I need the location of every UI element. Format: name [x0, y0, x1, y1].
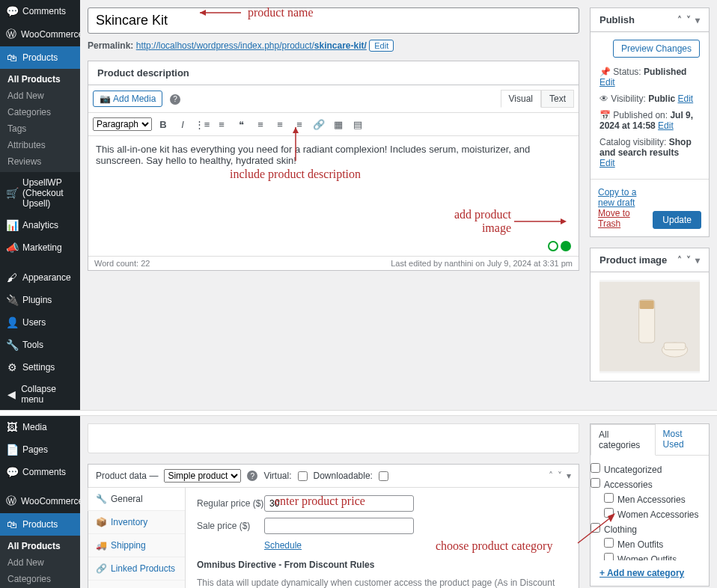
users-icon: 👤	[6, 316, 18, 328]
sidebar-item-comments[interactable]: 💬Comments	[0, 0, 80, 22]
chevron-down-icon[interactable]: ˅	[686, 255, 691, 266]
align-center-button[interactable]: ≡	[272, 116, 288, 132]
woocommerce-icon: Ⓦ	[6, 28, 16, 41]
chevron-up-icon[interactable]: ˄	[549, 471, 553, 481]
chevron-down-icon[interactable]: ˅	[686, 15, 691, 25]
ol-button[interactable]: ≡	[213, 116, 230, 132]
edit-catalog-link[interactable]: Edit	[599, 158, 615, 168]
submenu-add-new[interactable]: Add New	[0, 88, 80, 104]
edit-status-link[interactable]: Edit	[599, 77, 615, 88]
tab-all-categories[interactable]: All categories	[591, 424, 656, 456]
tab-text[interactable]: Text	[541, 90, 574, 108]
move-trash-link[interactable]: Move to Trash	[598, 208, 653, 229]
submenu-all-products[interactable]: All Products	[0, 538, 80, 554]
toggle-toolbar-button[interactable]: ▤	[350, 116, 366, 132]
cat-clothing[interactable]	[591, 523, 600, 533]
edit-date-link[interactable]: Edit	[658, 120, 674, 131]
submenu-tags[interactable]: Tags	[0, 120, 80, 137]
submenu-categories[interactable]: Categories	[0, 571, 80, 587]
media-icon: 🖼	[6, 421, 18, 433]
tab-shipping[interactable]: 🚚Shipping	[88, 534, 185, 557]
quote-button[interactable]: ❝	[233, 116, 249, 132]
cat-men-accessories[interactable]	[604, 493, 614, 503]
link-button[interactable]: 🔗	[311, 116, 327, 132]
tab-visual[interactable]: Visual	[501, 90, 541, 108]
schedule-link[interactable]: Schedule	[264, 540, 567, 551]
sidebar-item-products[interactable]: 🛍Products	[0, 513, 80, 536]
align-right-button[interactable]: ≡	[291, 116, 308, 132]
sidebar-item-pages[interactable]: 📄Pages	[0, 438, 80, 461]
help-icon[interactable]: ?	[170, 94, 180, 105]
marketing-icon: 📣	[6, 242, 18, 254]
submenu-categories[interactable]: Categories	[0, 104, 80, 120]
ul-button[interactable]: ⋮≡	[194, 116, 210, 132]
copy-draft-link[interactable]: Copy to a new draft	[598, 187, 653, 208]
cat-women-accessories[interactable]	[604, 508, 614, 518]
more-button[interactable]: ▦	[330, 116, 347, 132]
chevron-down-icon[interactable]: ˅	[558, 471, 562, 481]
submenu-reviews[interactable]: Reviews	[0, 153, 80, 170]
toggle-icon[interactable]: ▾	[695, 15, 700, 25]
submenu-attributes[interactable]: Attributes	[0, 137, 80, 153]
toggle-icon[interactable]: ▾	[695, 255, 700, 266]
download-label: Downloadable:	[314, 471, 373, 481]
toggle-icon[interactable]: ▾	[567, 471, 571, 481]
truck-icon: 🚚	[96, 540, 107, 551]
sidebar-item-users[interactable]: 👤Users	[0, 311, 80, 334]
paragraph-select[interactable]: Paragraph	[93, 117, 152, 131]
tab-most-used[interactable]: Most Used	[656, 424, 709, 455]
permalink-link[interactable]: http://localhost/wordpress/index.php/pro…	[136, 40, 367, 51]
sidebar-item-plugins[interactable]: 🔌Plugins	[0, 289, 80, 311]
chevron-up-icon[interactable]: ˄	[677, 255, 682, 266]
preview-changes-button[interactable]: Preview Changes	[613, 40, 700, 58]
sidebar-item-analytics[interactable]: 📊Analytics	[0, 214, 80, 236]
sidebar-item-products[interactable]: 🛍Products	[0, 46, 80, 69]
sidebar-item-woocommerce[interactable]: ⓌWooCommerce	[0, 22, 80, 46]
help-icon[interactable]: ?	[247, 471, 257, 481]
bold-button[interactable]: B	[155, 116, 171, 132]
sidebar-item-appearance[interactable]: 🖌Appearance	[0, 266, 80, 289]
short-description-box[interactable]	[88, 423, 579, 453]
sidebar-item-comments[interactable]: 💬Comments	[0, 461, 80, 483]
tab-linked[interactable]: 🔗Linked Products	[88, 557, 185, 581]
permalink-edit-button[interactable]: Edit	[369, 40, 394, 52]
cat-uncategorized[interactable]	[591, 463, 600, 473]
sidebar-item-media[interactable]: 🖼Media	[0, 416, 80, 438]
tab-general[interactable]: 🔧General	[88, 488, 185, 511]
cat-accessories[interactable]	[591, 478, 600, 488]
edit-visibility-link[interactable]: Edit	[678, 94, 694, 104]
tab-attributes[interactable]: 🏷Attributes	[88, 581, 185, 588]
sidebar-item-tools[interactable]: 🔧Tools	[0, 334, 80, 356]
virtual-checkbox[interactable]	[298, 471, 308, 481]
sidebar-item-upsell[interactable]: 🛒UpsellWP (Checkout Upsell)	[0, 172, 80, 214]
add-category-link[interactable]: + Add new category	[599, 568, 700, 578]
regular-price-input[interactable]	[264, 495, 414, 512]
sidebar-item-settings[interactable]: ⚙Settings	[0, 356, 80, 379]
add-media-button[interactable]: 📷Add Media	[93, 91, 162, 107]
cat-women-outfits[interactable]	[604, 553, 614, 560]
editor-toolbar: Paragraph B I ⋮≡ ≡ ❝ ≡ ≡ ≡ 🔗 ▦ ▤	[88, 113, 579, 136]
cat-men-outfits[interactable]	[604, 538, 614, 548]
editor-content[interactable]: This all-in-one kit has everything you n…	[88, 136, 579, 256]
sidebar-item-marketing[interactable]: 📣Marketing	[0, 236, 80, 259]
product-title-input[interactable]	[88, 7, 579, 34]
italic-button[interactable]: I	[174, 116, 191, 132]
sale-price-input[interactable]	[264, 518, 414, 534]
sidebar-item-woocommerce[interactable]: ⓌWooCommerce	[0, 489, 80, 513]
admin-sidebar-2: 🖼Media 📄Pages 💬Comments ⓌWooCommerce 🛍Pr…	[0, 416, 80, 588]
chevron-up-icon[interactable]: ˄	[677, 15, 682, 25]
update-button[interactable]: Update	[653, 211, 701, 229]
submenu-all-products[interactable]: All Products	[0, 71, 80, 88]
product-type-select[interactable]: Simple product	[164, 469, 241, 483]
download-checkbox[interactable]	[379, 471, 388, 481]
omnibus-text: This data will update dynamically when c…	[197, 578, 567, 588]
description-title: Product description	[97, 67, 189, 79]
tab-inventory[interactable]: 📦Inventory	[88, 511, 185, 534]
categories-box: All categories Most Used Uncategorized A…	[590, 423, 710, 587]
camera-icon: 📷	[100, 94, 111, 104]
submenu-add-new[interactable]: Add New	[0, 554, 80, 571]
product-image-preview[interactable]	[599, 280, 700, 373]
align-left-button[interactable]: ≡	[252, 116, 269, 132]
product-image-box: Product image ˄˅▾	[590, 248, 710, 382]
collapse-menu[interactable]: ◀Collapse menu	[0, 379, 80, 410]
